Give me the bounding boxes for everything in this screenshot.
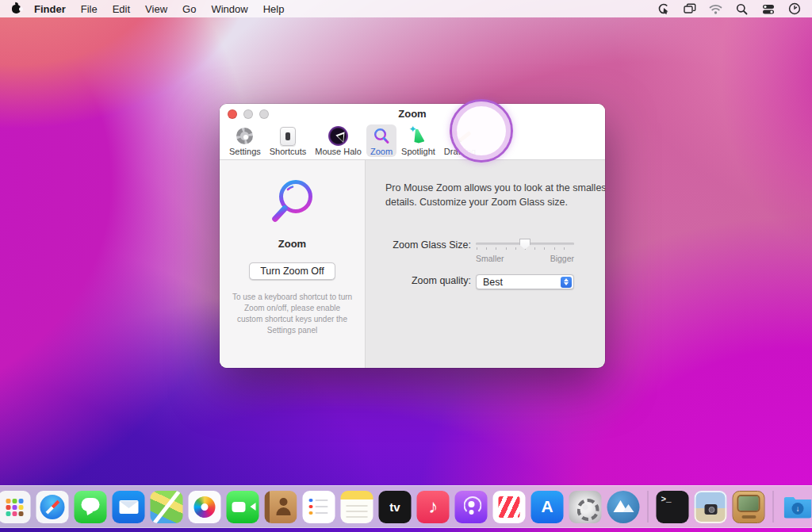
notes-app-icon [341,491,373,523]
music-app-icon [417,491,450,523]
dock-imagecapture-icon[interactable] [695,491,727,523]
dock-podcasts-icon[interactable] [455,491,488,523]
dock-appstore-icon[interactable] [531,491,564,523]
dock-separator [773,491,774,522]
dock-maps-icon[interactable] [151,491,183,523]
clock-icon[interactable] [787,2,801,16]
sidebar-zoom-title: Zoom [278,238,306,250]
dock-downloads-icon[interactable] [782,491,812,523]
promouse-app-icon [607,491,640,523]
pro-mouse-preferences-window: Zoom Settings Shortcuts Mouse Halo [220,104,605,368]
desktop: Finder File Edit View Go Window Help [0,0,812,532]
dock-promouse-icon[interactable] [607,491,640,523]
dock-mail-icon[interactable] [113,491,145,523]
appstore-app-icon [531,491,564,523]
sysprefs-app-icon [569,491,602,523]
zoom-settings-panel: Pro Mouse Zoom allows you to look at the… [366,160,605,368]
dock-music-icon[interactable] [417,491,450,523]
tab-settings[interactable]: Settings [225,124,265,157]
title-bar[interactable]: Zoom [220,104,605,124]
gear-icon [236,128,253,144]
dock-separator [648,491,649,522]
dock-reminders-icon[interactable] [303,491,335,523]
dock-messages-icon[interactable] [75,491,107,523]
dock-terminal-icon[interactable] [657,491,689,523]
zoom-glass-overlay[interactable] [450,99,513,163]
tab-mouse-halo[interactable]: Mouse Halo [311,124,366,157]
retrotv-app-icon [733,491,765,523]
bigger-label: Bigger [550,254,574,263]
preferences-toolbar: Settings Shortcuts Mouse Halo Zoom [220,124,605,160]
screen-mirroring-icon[interactable] [683,2,696,16]
safari-app-icon [36,491,69,523]
menu-edit[interactable]: Edit [113,3,130,15]
mouse-halo-icon [328,126,348,146]
reminders-app-icon [303,491,335,523]
maps-app-icon [151,491,183,523]
menu-status-area [657,2,801,16]
control-center-icon[interactable] [761,2,775,16]
dock-retrotv-icon[interactable] [733,491,765,523]
window-title: Zoom [220,108,605,120]
menu-help[interactable]: Help [263,3,285,15]
menu-window[interactable]: Window [211,3,247,15]
imagecapture-app-icon [695,491,727,523]
keycap-icon [280,127,296,146]
menu-view[interactable]: View [145,3,167,15]
podcasts-app-icon [455,491,488,523]
dock-launchpad-icon[interactable] [0,491,31,523]
facetime-app-icon [227,491,259,523]
zoom-quality-label: Zoom quality: [385,274,471,286]
spotlight-search-icon[interactable] [735,2,749,16]
turn-zoom-off-button[interactable]: Turn Zoom Off [249,262,335,280]
launchpad-app-icon [0,491,31,523]
menu-file[interactable]: File [81,3,98,15]
menu-finder[interactable]: Finder [34,3,66,15]
messages-app-icon [75,491,107,523]
slider-range-labels: Smaller Bigger [476,254,574,263]
dock-sysprefs-icon[interactable] [569,491,602,523]
smaller-label: Smaller [476,254,504,263]
dock-photos-icon[interactable] [189,491,221,523]
photos-app-icon [189,491,221,523]
dock-notes-icon[interactable] [341,491,373,523]
magnifier-gradient-icon [267,178,318,230]
pro-mouse-icon[interactable] [657,2,670,16]
shortcut-help-text: To use a keyboard shortcut to turn Zoom … [232,292,353,336]
menu-bar: Finder File Edit View Go Window Help [0,0,812,17]
zoom-sidebar: Zoom Turn Zoom Off To use a keyboard sho… [220,160,366,368]
spotlight-cone-icon [408,127,427,146]
zoom-quality-value: Best [483,277,503,288]
glass-size-slider[interactable] [476,239,574,251]
tab-zoom[interactable]: Zoom [366,124,396,157]
tab-spotlight[interactable]: Spotlight [397,124,439,157]
downloads-app-icon [782,491,812,523]
wifi-icon[interactable] [709,2,722,16]
dock-contacts-icon[interactable] [265,491,297,523]
menu-go[interactable]: Go [182,3,196,15]
glass-size-label: Zoom Glass Size: [385,239,471,251]
dock-tv-icon[interactable] [379,491,412,523]
news-app-icon [493,491,526,523]
dock-facetime-icon[interactable] [227,491,259,523]
dock-news-icon[interactable] [493,491,526,523]
magnifier-icon [372,127,391,146]
contacts-app-icon [265,491,297,523]
tv-app-icon [379,491,412,523]
zoom-description: Pro Mouse Zoom allows you to look at the… [385,182,605,210]
terminal-app-icon [657,491,689,523]
dock [0,485,812,528]
apple-icon[interactable] [11,3,21,14]
zoom-quality-dropdown[interactable]: Best [476,274,574,289]
dropdown-stepper-icon [561,277,572,288]
mail-app-icon [113,491,145,523]
dock-safari-icon[interactable] [36,491,69,523]
tab-shortcuts[interactable]: Shortcuts [266,124,310,157]
